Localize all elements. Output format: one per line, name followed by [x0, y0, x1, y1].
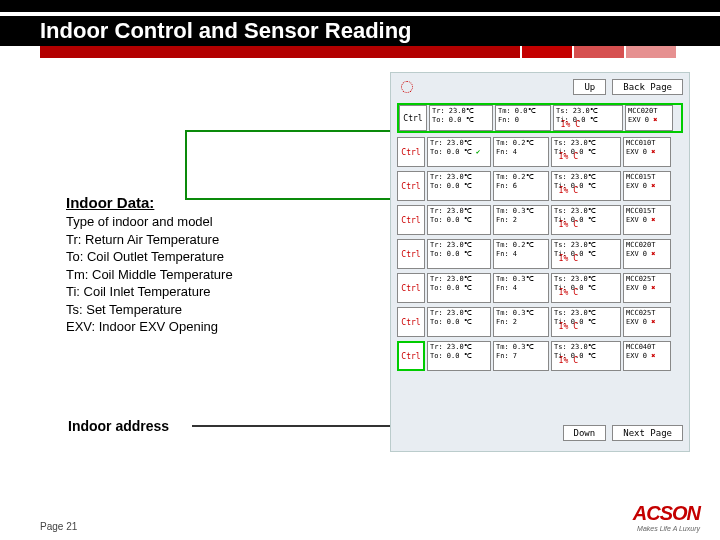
cell-tr-to: Tr: 23.0℃To: 0.0 ℃	[427, 171, 491, 201]
ipc-label: I% C	[559, 322, 578, 332]
cross-icon: ✖	[651, 182, 655, 190]
ctrl-button[interactable]: Ctrl	[397, 273, 425, 303]
cell-model-exv: MCC010TEXV 0 ✖	[623, 137, 671, 167]
cell-tm-fn: Tm: 0.0℃Fn: 0I% C	[495, 105, 551, 131]
ipc-label: I% C	[559, 288, 578, 298]
cell-tm-fn: Tm: 0.2℃Fn: 6I% C	[493, 171, 549, 201]
cell-model-exv: MCC020TEXV 0 ✖	[625, 105, 673, 131]
cross-icon: ✖	[651, 318, 655, 326]
cell-tr-to: Tr: 23.0℃To: 0.0 ℃	[427, 307, 491, 337]
indoor-data-body: Type of indoor and model Tr: Return Air …	[66, 213, 233, 336]
cell-tr-to: Tr: 23.0℃To: 0.0 ℃	[427, 273, 491, 303]
cross-icon: ✖	[651, 148, 655, 156]
ipc-label: I% C	[559, 356, 578, 366]
page-number: Page 21	[40, 521, 77, 532]
ctrl-button[interactable]: Ctrl	[397, 307, 425, 337]
indoor-data-heading: Indoor Data:	[66, 194, 233, 211]
cell-tr-to: Tr: 23.0℃To: 0.0 ℃	[427, 205, 491, 235]
cell-tr-to: Tr: 23.0℃To: 0.0 ℃	[427, 239, 491, 269]
cell-tm-fn: Tm: 0.3℃Fn: 7I% C	[493, 341, 549, 371]
cross-icon: ✖	[651, 250, 655, 258]
indoor-address-label: Indoor address	[68, 418, 169, 434]
gear-icon	[401, 81, 413, 93]
cell-model-exv: MCC015TEXV 0 ✖	[623, 171, 671, 201]
cell-model-exv: MCC020TEXV 0 ✖	[623, 239, 671, 269]
ctrl-button[interactable]: Ctrl	[399, 105, 427, 131]
cell-tm-fn: Tm: 0.3℃Fn: 4I% C	[493, 273, 549, 303]
data-row: Ctrl Tr: 23.0℃To: 0.0 ℃ Tm: 0.0℃Fn: 0I% …	[397, 103, 683, 133]
cross-icon: ✖	[651, 216, 655, 224]
ctrl-button[interactable]: Ctrl	[397, 341, 425, 371]
brand-logo: ACSON Makes Life A Luxury	[633, 502, 700, 532]
cell-tm-fn: Tm: 0.2℃Fn: 4I% C	[493, 137, 549, 167]
screen-bottom-toolbar: Down Next Page	[557, 419, 689, 447]
ctrl-button[interactable]: Ctrl	[397, 137, 425, 167]
cell-tr-to: Tr: 23.0℃To: 0.0 ℃ ✔	[427, 137, 491, 167]
cell-model-exv: MCC015TEXV 0 ✖	[623, 205, 671, 235]
ipc-label: I% C	[559, 152, 578, 162]
cross-icon: ✖	[651, 352, 655, 360]
data-row: Ctrl Tr: 23.0℃To: 0.0 ℃ Tm: 0.2℃Fn: 6I% …	[397, 171, 683, 201]
screen-toolbar: Up Back Page	[391, 73, 689, 101]
connector-line	[185, 130, 187, 200]
data-row: Ctrl Tr: 23.0℃To: 0.0 ℃ Tm: 0.3℃Fn: 7I% …	[397, 341, 683, 371]
up-button[interactable]: Up	[573, 79, 606, 95]
ctrl-button[interactable]: Ctrl	[397, 171, 425, 201]
back-page-button[interactable]: Back Page	[612, 79, 683, 95]
cross-icon: ✖	[651, 284, 655, 292]
device-screen: Up Back Page Ctrl Tr: 23.0℃To: 0.0 ℃ Tm:…	[390, 72, 690, 452]
tick-icon: ✔	[476, 148, 480, 156]
cell-tr-to: Tr: 23.0℃To: 0.0 ℃	[429, 105, 493, 131]
cell-model-exv: MCC040TEXV 0 ✖	[623, 341, 671, 371]
data-row: Ctrl Tr: 23.0℃To: 0.0 ℃ Tm: 0.2℃Fn: 4I% …	[397, 239, 683, 269]
ipc-label: I% C	[559, 186, 578, 196]
logo-text: ACSON	[633, 502, 700, 525]
ctrl-button[interactable]: Ctrl	[397, 239, 425, 269]
cell-model-exv: MCC025TEXV 0 ✖	[623, 307, 671, 337]
top-border	[0, 0, 720, 12]
cell-model-exv: MCC025TEXV 0 ✖	[623, 273, 671, 303]
cell-tr-to: Tr: 23.0℃To: 0.0 ℃	[427, 341, 491, 371]
connector-line-addr	[192, 425, 406, 427]
connector-line	[185, 130, 425, 132]
data-rows: Ctrl Tr: 23.0℃To: 0.0 ℃ Tm: 0.0℃Fn: 0I% …	[391, 101, 689, 371]
ipc-label: I% C	[559, 254, 578, 264]
ctrl-button[interactable]: Ctrl	[397, 205, 425, 235]
red-divider	[40, 46, 700, 58]
down-button[interactable]: Down	[563, 425, 607, 441]
cell-tm-fn: Tm: 0.3℃Fn: 2I% C	[493, 307, 549, 337]
cell-tm-fn: Tm: 0.2℃Fn: 4I% C	[493, 239, 549, 269]
data-row: Ctrl Tr: 23.0℃To: 0.0 ℃ ✔ Tm: 0.2℃Fn: 4I…	[397, 137, 683, 167]
indoor-data-label: Indoor Data: Type of indoor and model Tr…	[66, 194, 233, 336]
logo-tagline: Makes Life A Luxury	[633, 525, 700, 532]
next-page-button[interactable]: Next Page	[612, 425, 683, 441]
data-row: Ctrl Tr: 23.0℃To: 0.0 ℃ Tm: 0.3℃Fn: 4I% …	[397, 273, 683, 303]
cross-icon: ✖	[653, 116, 657, 124]
data-row: Ctrl Tr: 23.0℃To: 0.0 ℃ Tm: 0.3℃Fn: 2I% …	[397, 307, 683, 337]
ipc-label: I% C	[559, 220, 578, 230]
data-row: Ctrl Tr: 23.0℃To: 0.0 ℃ Tm: 0.3℃Fn: 2I% …	[397, 205, 683, 235]
cell-tm-fn: Tm: 0.3℃Fn: 2I% C	[493, 205, 549, 235]
page-title: Indoor Control and Sensor Reading	[0, 16, 720, 46]
ipc-label: I% C	[561, 120, 580, 130]
